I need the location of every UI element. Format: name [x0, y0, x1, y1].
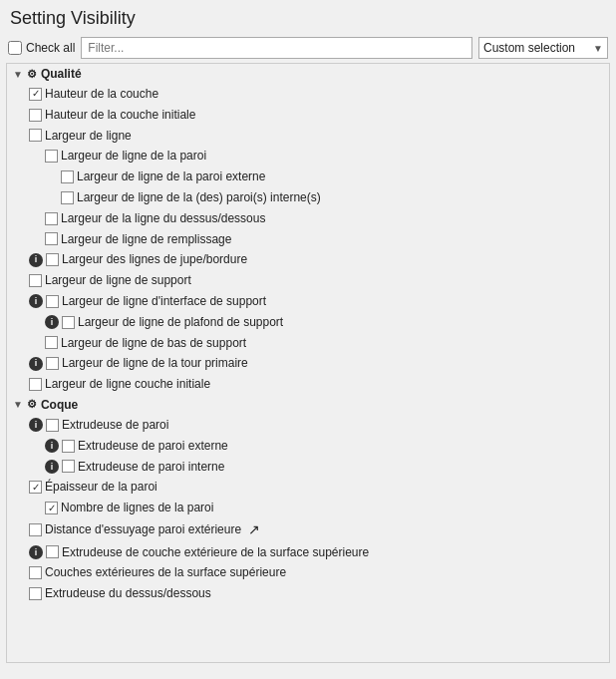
list-item: iLargeur des lignes de jupe/bordure: [7, 249, 609, 270]
list-item: Largeur de ligne de support: [7, 270, 609, 291]
item-checkbox[interactable]: [45, 212, 58, 225]
item-checkbox[interactable]: [45, 336, 58, 349]
dropdown-label: Custom selection: [483, 41, 575, 55]
cursor-icon: ↗: [248, 520, 260, 540]
item-checkbox[interactable]: [61, 170, 74, 183]
item-label: Épaisseur de la paroi: [45, 479, 157, 496]
list-item: iExtrudeuse de couche extérieure de la s…: [7, 542, 609, 563]
list-item: Largeur de ligne de la paroi: [7, 146, 609, 167]
item-checkbox[interactable]: [62, 460, 75, 473]
section-icon: ⚙: [27, 68, 37, 81]
item-checkbox[interactable]: [46, 295, 59, 308]
list-item: Nombre de lignes de la paroi: [7, 498, 609, 518]
info-icon[interactable]: i: [45, 315, 59, 329]
list-item: Largeur de ligne couche initiale: [7, 374, 609, 395]
check-all-label: Check all: [26, 41, 75, 55]
item-label: Extrudeuse de paroi: [62, 417, 168, 434]
item-checkbox[interactable]: [61, 191, 74, 204]
item-label: Largeur de ligne de plafond de support: [78, 314, 283, 331]
section-label: Qualité: [41, 67, 82, 81]
info-icon[interactable]: i: [45, 439, 59, 453]
item-checkbox[interactable]: [29, 274, 42, 287]
list-item: Largeur de la ligne du dessus/dessous: [7, 208, 609, 229]
list-item: Épaisseur de la paroi: [7, 477, 609, 498]
item-checkbox[interactable]: [62, 440, 75, 453]
item-label: Largeur de ligne de remplissage: [61, 231, 231, 248]
section-label: Coque: [41, 398, 78, 412]
section-icon: ⚙: [27, 398, 37, 411]
item-checkbox[interactable]: [46, 357, 59, 370]
item-label: Largeur de la ligne du dessus/dessous: [61, 210, 265, 227]
item-checkbox[interactable]: [29, 587, 42, 600]
settings-panel: ▼⚙QualitéHauteur de la coucheHauteur de …: [6, 63, 610, 663]
filter-input[interactable]: [81, 37, 472, 59]
item-label: Extrudeuse de paroi interne: [78, 459, 224, 476]
item-label: Extrudeuse de couche extérieure de la su…: [62, 544, 369, 561]
item-label: Extrudeuse de paroi externe: [78, 438, 228, 455]
list-item: iLargeur de ligne d'interface de support: [7, 291, 609, 312]
item-checkbox[interactable]: [29, 378, 42, 391]
list-item: iExtrudeuse de paroi interne: [7, 457, 609, 478]
item-label: Largeur de ligne de support: [45, 272, 191, 289]
item-checkbox[interactable]: [29, 129, 42, 142]
toolbar: Check all Custom selection ▼: [0, 33, 616, 63]
item-checkbox[interactable]: [45, 150, 58, 163]
item-checkbox[interactable]: [45, 232, 58, 245]
item-label: Nombre de lignes de la paroi: [61, 500, 213, 516]
info-icon[interactable]: i: [29, 418, 43, 432]
list-item: Largeur de ligne de remplissage: [7, 229, 609, 250]
list-item: Hauteur de la couche initiale: [7, 105, 609, 126]
list-item: Distance d'essuyage paroi extérieure↗: [7, 518, 609, 542]
item-checkbox[interactable]: [46, 545, 59, 558]
item-label: Largeur de ligne couche initiale: [45, 376, 210, 393]
item-checkbox[interactable]: [29, 88, 42, 101]
item-checkbox[interactable]: [29, 109, 42, 122]
list-item: iExtrudeuse de paroi externe: [7, 436, 609, 457]
item-checkbox[interactable]: [62, 316, 75, 329]
collapse-icon: ▼: [13, 69, 23, 80]
list-item: Extrudeuse du dessus/dessous: [7, 583, 609, 604]
item-checkbox[interactable]: [46, 419, 59, 432]
scroll-area[interactable]: ▼⚙QualitéHauteur de la coucheHauteur de …: [7, 64, 609, 662]
item-label: Largeur de ligne de la tour primaire: [62, 355, 248, 372]
list-item: iLargeur de ligne de plafond de support: [7, 312, 609, 333]
list-item: Largeur de ligne: [7, 126, 609, 147]
item-label: Largeur de ligne: [45, 128, 132, 145]
info-icon[interactable]: i: [29, 545, 43, 559]
item-checkbox[interactable]: [29, 523, 42, 536]
list-item: Couches extérieures de la surface supéri…: [7, 562, 609, 583]
info-icon[interactable]: i: [29, 253, 43, 267]
item-checkbox[interactable]: [45, 502, 58, 514]
item-label: Largeur de ligne de la (des) paroi(s) in…: [77, 189, 321, 206]
item-label: Largeur de ligne de la paroi externe: [77, 169, 265, 185]
list-item: Largeur de ligne de bas de support: [7, 333, 609, 354]
list-item: Hauteur de la couche: [7, 84, 609, 105]
custom-selection-dropdown[interactable]: Custom selection ▼: [478, 37, 608, 59]
section-header-qualite[interactable]: ▼⚙Qualité: [7, 64, 609, 84]
info-icon[interactable]: i: [29, 294, 43, 308]
list-item: Largeur de ligne de la paroi externe: [7, 167, 609, 187]
chevron-down-icon: ▼: [593, 43, 603, 54]
item-checkbox[interactable]: [46, 253, 59, 266]
info-icon[interactable]: i: [45, 460, 59, 474]
item-checkbox[interactable]: [29, 566, 42, 579]
item-label: Hauteur de la couche initiale: [45, 107, 195, 124]
check-all-wrap: Check all: [8, 41, 75, 55]
list-item: iExtrudeuse de paroi: [7, 415, 609, 436]
item-label: Largeur de ligne d'interface de support: [62, 293, 266, 310]
item-label: Hauteur de la couche: [45, 86, 158, 103]
item-label: Distance d'essuyage paroi extérieure: [45, 521, 241, 538]
item-label: Couches extérieures de la surface supéri…: [45, 564, 286, 581]
list-item: Largeur de ligne de la (des) paroi(s) in…: [7, 187, 609, 208]
list-item: iLargeur de ligne de la tour primaire: [7, 353, 609, 374]
check-all-checkbox[interactable]: [8, 41, 22, 55]
item-label: Largeur des lignes de jupe/bordure: [62, 251, 247, 268]
section-header-coque[interactable]: ▼⚙Coque: [7, 395, 609, 415]
item-label: Largeur de ligne de bas de support: [61, 335, 246, 352]
collapse-icon: ▼: [13, 399, 23, 410]
page-title: Setting Visibility: [0, 0, 616, 33]
item-checkbox[interactable]: [29, 481, 42, 494]
info-icon[interactable]: i: [29, 357, 43, 371]
item-label: Extrudeuse du dessus/dessous: [45, 585, 211, 602]
item-label: Largeur de ligne de la paroi: [61, 148, 206, 165]
